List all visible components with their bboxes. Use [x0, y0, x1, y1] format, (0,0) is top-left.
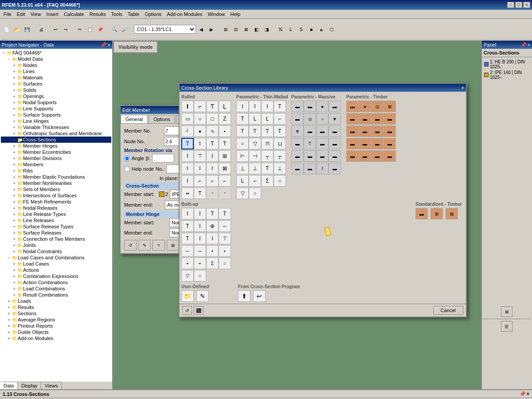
tree-nodal-const[interactable]: + 📁 Nodal Constraints — [1, 248, 111, 254]
pt-i3[interactable]: I — [261, 101, 274, 112]
shape-rect-btn[interactable]: ▭ — [181, 113, 194, 125]
menu-addon[interactable]: Add-on Modules — [164, 11, 205, 18]
timber-r2[interactable]: ⊞ — [383, 101, 396, 112]
tree-expand-am[interactable]: + — [6, 336, 12, 341]
tree-printout[interactable]: + 📁 Printout Reports — [1, 323, 111, 329]
tree-expand-rc[interactable]: + — [12, 292, 17, 297]
tree-addon-mods[interactable]: + 📁 Add-on Modules — [1, 335, 111, 341]
tree-var-thick[interactable]: + 📁 Variable Thicknesses — [1, 124, 111, 130]
tree-surfaces[interactable]: + 📁 Surfaces — [1, 81, 111, 87]
tree-combo-expr[interactable]: + 📁 Combination Expressions — [1, 273, 111, 279]
shape-ts-btn[interactable]: T — [206, 138, 219, 149]
timber-rb[interactable]: ▬ — [346, 138, 359, 149]
bu-tb[interactable]: T — [181, 233, 194, 244]
pt-h2[interactable]: ⊔ — [274, 138, 286, 149]
st-r3[interactable]: ⊠ — [446, 208, 458, 219]
tree-nodal-rel[interactable]: + 📁 Nodal Releases — [1, 205, 111, 211]
tree-expand-nodes[interactable]: + — [12, 63, 17, 68]
pt-t1[interactable]: T — [274, 101, 286, 112]
tree-expand-sec[interactable]: + — [6, 311, 12, 316]
shape-i8d-btn[interactable]: • — [219, 188, 231, 199]
pt-bott2[interactable]: ⊥ — [249, 163, 261, 174]
beta-input[interactable] — [152, 154, 174, 163]
tree-expand-loads[interactable]: + — [6, 298, 12, 304]
pt-v1[interactable]: ▽ — [249, 138, 261, 149]
bu-oc[interactable]: ○ — [219, 258, 231, 269]
bu-d4[interactable]: • — [181, 258, 194, 269]
shape-rx-btn[interactable]: ┘ — [181, 125, 194, 137]
tree-expand-lsup[interactable]: + — [12, 106, 17, 111]
pt-t4[interactable]: T — [249, 125, 261, 137]
timber-c2[interactable]: ◎ — [371, 101, 383, 112]
pt-t7[interactable]: T — [261, 163, 274, 174]
timber-r9[interactable]: ▬ — [371, 125, 383, 137]
timber-c1[interactable]: ● — [359, 101, 371, 112]
nav-close-icon[interactable]: × — [108, 42, 110, 48]
tree-expand-lh[interactable]: + — [12, 118, 17, 124]
pm-r6[interactable]: ○ — [316, 113, 329, 125]
timber-rf[interactable]: ▬ — [346, 150, 359, 162]
menu-table[interactable]: Table — [125, 11, 142, 18]
tree-expand-res[interactable]: + — [6, 305, 12, 310]
right-panel-close-icon[interactable]: × — [528, 42, 530, 48]
tab-general[interactable]: General — [121, 115, 148, 123]
pm-r3[interactable]: ▬ — [329, 101, 341, 112]
bu-x[interactable]: ⊕ — [206, 220, 219, 232]
shape-i8c-btn[interactable]: • — [206, 188, 219, 199]
tb-new[interactable]: 📄 — [2, 24, 12, 34]
pm-rf[interactable]: ▬ — [329, 138, 341, 149]
shape-im-btn[interactable]: ⊠ — [219, 163, 231, 174]
pm-rm[interactable]: I — [316, 163, 329, 174]
shape-i-btn[interactable]: I — [181, 101, 194, 112]
tree-expand-pr[interactable]: + — [6, 323, 12, 329]
timber-r8[interactable]: ▬ — [359, 125, 371, 137]
tree-mem-ecc[interactable]: + 📁 Member Eccentricities — [1, 149, 111, 155]
bu-i4[interactable]: I — [194, 233, 206, 244]
pt-tb[interactable]: ┬ — [261, 150, 274, 162]
tree-expand-mel[interactable]: + — [12, 174, 17, 180]
tree-expand-lines[interactable]: + — [12, 69, 17, 74]
shape-iz-btn[interactable]: ⊞ — [219, 150, 231, 162]
pt-t6[interactable]: T — [274, 125, 286, 137]
tb-b5[interactable]: 🔎 — [120, 24, 129, 34]
tab-options[interactable]: Options — [149, 115, 175, 123]
tree-expand-lrt[interactable]: + — [12, 211, 17, 217]
pt-rc[interactable]: ⌐ — [249, 175, 261, 187]
pm-rh[interactable]: ▬ — [304, 150, 316, 162]
tree-expand-ssup[interactable]: + — [12, 112, 17, 117]
fp-import[interactable]: ⬆ — [238, 290, 250, 302]
tree-mem-hinges[interactable]: + 📁 Member Hinges — [1, 143, 111, 149]
tree-fe-mesh[interactable]: + 📁 FE Mesh Refinements — [1, 199, 111, 205]
tb-b8[interactable]: ⊠ — [241, 24, 251, 34]
pm-rj[interactable]: ▬ — [329, 150, 341, 162]
tree-expand-mat[interactable]: + — [12, 75, 17, 80]
bu-t2[interactable]: T — [219, 208, 231, 219]
pt-r1[interactable]: ⌐ — [274, 113, 286, 125]
bu-sg[interactable]: Σ — [206, 258, 219, 269]
pm-r1[interactable]: ▬ — [291, 101, 304, 112]
tb-b2[interactable]: 📋 — [85, 24, 95, 34]
tb-b15[interactable]: ▲ — [317, 24, 326, 34]
pt-t3[interactable]: T — [236, 125, 249, 137]
timber-rh[interactable]: ▬ — [371, 150, 383, 162]
pt-i2[interactable]: I — [249, 101, 261, 112]
shape-il-btn[interactable]: I — [206, 163, 219, 174]
pt-h4[interactable]: ⊣ — [249, 150, 261, 162]
pt-bott[interactable]: ⊥ — [236, 163, 249, 174]
shape-i7d-btn[interactable]: ⌐ — [219, 175, 231, 187]
menu-edit[interactable]: Edit — [14, 11, 28, 18]
tree-joints[interactable]: + 📁 Joints — [1, 242, 111, 248]
bu-d[interactable]: ─ — [219, 220, 231, 232]
tb-b13[interactable]: S — [296, 24, 306, 34]
shape-dot-btn[interactable]: • — [219, 125, 231, 137]
tree-members[interactable]: + 📁 Members — [1, 161, 111, 168]
tree-materials[interactable]: + 📁 Materials — [1, 74, 111, 81]
tree-load-combos[interactable]: − 📁 Load Cases and Combinations — [1, 254, 111, 261]
tree-expand-mem[interactable]: + — [12, 162, 17, 167]
tree-expand-mh[interactable]: + — [12, 143, 17, 149]
tree-nodes[interactable]: + 📁 Nodes — [1, 62, 111, 68]
tree-mem-elas[interactable]: + 📁 Member Elastic Foundations — [1, 174, 111, 180]
em-reset-btn[interactable]: ↺ — [124, 240, 137, 250]
pt-tl[interactable]: ⊥ — [274, 163, 286, 174]
pm-ri[interactable]: ▬ — [316, 150, 329, 162]
